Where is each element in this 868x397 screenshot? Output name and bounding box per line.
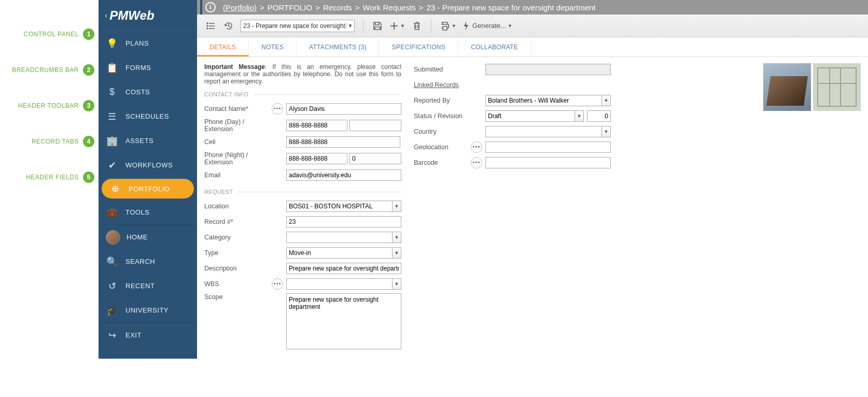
sidebar-item-forms[interactable]: 📋FORMS: [99, 55, 197, 80]
info-icon[interactable]: i: [205, 2, 216, 12]
search-icon: 🔍: [106, 256, 118, 268]
annotation-label: RECORD TABS: [32, 138, 79, 145]
history-button[interactable]: [220, 18, 237, 34]
category-field[interactable]: [286, 232, 392, 243]
thumbnail-panel: [623, 63, 861, 352]
sidebar-item-label: UNIVERSITY: [125, 306, 169, 314]
header-toolbar: 23 - Prepare new space for oversight ▼ ▼…: [197, 15, 868, 37]
phone-night-ext-field[interactable]: [349, 153, 401, 164]
sidebar-item-home[interactable]: HOME: [99, 225, 197, 249]
email-field[interactable]: [286, 169, 401, 181]
section-request: REQUEST: [204, 189, 401, 195]
label-wbs: WBS: [204, 280, 272, 288]
annotation-column: CONTROL PANEL1 BREADCRUMBS BAR2 HEADER T…: [0, 0, 99, 359]
location-field[interactable]: [286, 201, 392, 212]
list-icon: ☰: [106, 110, 118, 123]
contact-name-field[interactable]: [286, 103, 401, 115]
label-geolocation: Geolocation: [414, 144, 471, 151]
tab-notes[interactable]: NOTES: [249, 37, 297, 56]
label-record: Record #*: [204, 218, 272, 225]
delete-button[interactable]: [408, 18, 426, 34]
chevron-down-icon: ▼: [452, 23, 456, 29]
tab-specifications[interactable]: SPECIFICATIONS: [380, 37, 458, 56]
sidebar-item-label: COSTS: [125, 88, 150, 96]
status-field[interactable]: [485, 110, 575, 122]
label-status: Status / Revision: [414, 112, 471, 120]
list-view-button[interactable]: [202, 18, 220, 34]
cell-field[interactable]: [286, 136, 400, 148]
annotation-badge: 2: [83, 64, 94, 76]
collapse-sidebar-icon[interactable]: ‹: [105, 11, 107, 20]
label-phone-day: Phone (Day) / Extension: [204, 118, 272, 133]
tab-details[interactable]: DETAILS: [197, 37, 249, 56]
phone-day-ext-field[interactable]: [349, 120, 401, 131]
save-button[interactable]: [369, 18, 386, 34]
chevron-down-icon: ▼: [346, 23, 354, 29]
sidebar-item-tools[interactable]: 💼TOOLS: [99, 200, 197, 224]
print-button[interactable]: ▼: [437, 18, 459, 34]
picker-button[interactable]: •••: [471, 157, 482, 168]
sidebar-item-assets[interactable]: 🏢ASSETS: [99, 129, 197, 153]
breadcrumb-root-link[interactable]: (Portfolio): [223, 3, 257, 12]
label-phone-night: Phone (Night) / Extension: [204, 151, 272, 166]
add-button[interactable]: ▼: [386, 18, 408, 34]
generate-button[interactable]: Generate... ▼: [459, 18, 515, 34]
chevron-down-icon[interactable]: ▼: [392, 247, 401, 259]
barcode-field[interactable]: [485, 157, 611, 168]
link-linked-records[interactable]: Linked Records: [414, 81, 471, 89]
wbs-field[interactable]: [286, 278, 392, 290]
sidebar-item-portfolio[interactable]: ⊕PORTFOLIO: [102, 179, 194, 198]
svg-point-3: [207, 23, 208, 24]
label-cell: Cell: [204, 138, 272, 146]
tab-collaborate[interactable]: COLLABORATE: [458, 37, 531, 56]
sidebar-item-workflows[interactable]: ✔WORKFLOWS: [99, 153, 197, 177]
chevron-down-icon[interactable]: ▼: [601, 126, 611, 137]
sidebar-item-plans[interactable]: 💡PLANS: [99, 31, 197, 55]
label-email: Email: [204, 172, 272, 179]
revision-field[interactable]: [587, 110, 611, 122]
annotation-badge: 1: [83, 29, 94, 40]
sidebar-item-schedules[interactable]: ☰SCHEDULES: [99, 104, 197, 129]
label-type: Type: [204, 249, 272, 257]
picker-button[interactable]: •••: [272, 278, 283, 290]
geolocation-field[interactable]: [485, 141, 611, 153]
sidebar-item-recent[interactable]: ↺RECENT: [99, 274, 197, 298]
annotation-badge: 5: [83, 172, 94, 183]
sidebar-item-university[interactable]: 🎓UNIVERSITY: [99, 298, 197, 322]
separator: [431, 18, 431, 34]
chevron-down-icon[interactable]: ▼: [392, 232, 401, 243]
thumbnail-building[interactable]: [763, 63, 811, 111]
phone-night-field[interactable]: [286, 153, 347, 164]
type-field[interactable]: [286, 247, 392, 259]
country-field[interactable]: [485, 126, 601, 137]
reported-by-field[interactable]: [485, 95, 601, 106]
svg-point-5: [207, 28, 208, 29]
chevron-down-icon[interactable]: ▼: [575, 110, 584, 122]
record-selector[interactable]: 23 - Prepare new space for oversight ▼: [241, 20, 355, 32]
annotation-label: CONTROL PANEL: [23, 31, 79, 38]
tab-attachments[interactable]: ATTACHMENTS (3): [297, 37, 380, 56]
chevron-down-icon[interactable]: ▼: [392, 278, 401, 290]
sidebar-item-label: SEARCH: [125, 258, 155, 265]
breadcrumb: i (Portfolio) >PORTFOLIO >Records >Work …: [197, 0, 868, 15]
picker-button[interactable]: •••: [272, 103, 283, 115]
sidebar-item-costs[interactable]: $COSTS: [99, 80, 197, 104]
chevron-down-icon[interactable]: ▼: [601, 95, 611, 106]
phone-day-field[interactable]: [286, 120, 347, 131]
app-logo: ‹ PMWeb: [99, 0, 197, 31]
breadcrumb-segment: Records: [323, 3, 352, 12]
breadcrumb-segment: 23 - Prepare new space for oversight dep…: [427, 3, 596, 12]
thumbnail-floorplan[interactable]: [813, 63, 861, 111]
chevron-down-icon[interactable]: ▼: [392, 201, 401, 212]
breadcrumb-segment: PORTFOLIO: [268, 3, 312, 12]
label-reported-by: Reported By: [414, 97, 471, 104]
sidebar-item-exit[interactable]: ↪EXIT: [99, 323, 197, 347]
record-number-field[interactable]: [286, 216, 401, 228]
generate-label: Generate...: [472, 22, 506, 30]
scope-field[interactable]: [286, 293, 401, 349]
description-field[interactable]: [286, 263, 401, 274]
sidebar-item-label: RECENT: [125, 282, 155, 290]
sidebar-item-search[interactable]: 🔍SEARCH: [99, 249, 197, 274]
briefcase-icon: 💼: [106, 206, 118, 219]
picker-button[interactable]: •••: [471, 141, 482, 153]
